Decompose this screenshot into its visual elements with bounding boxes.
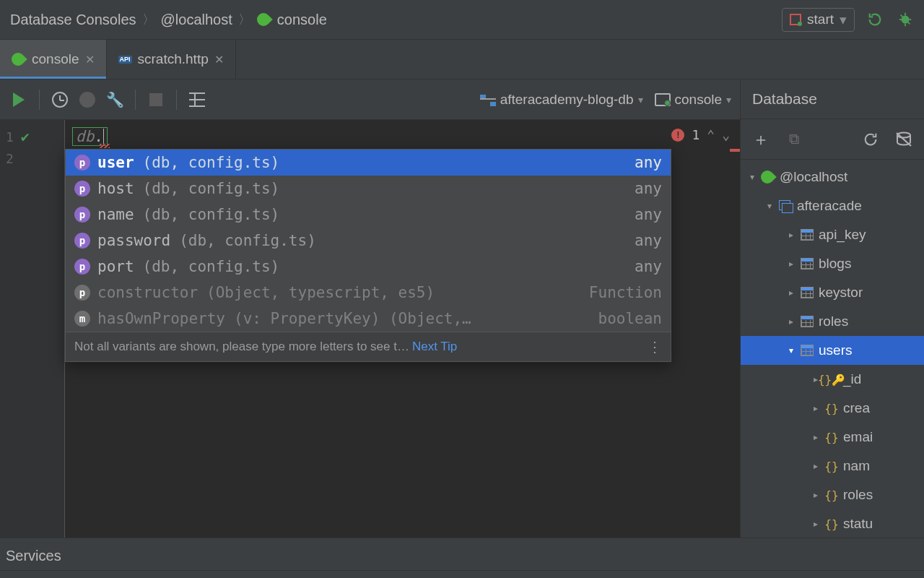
autocomplete-item[interactable]: m hasOwnProperty (v: PropertyKey) (Objec… — [66, 306, 671, 332]
inspection-widget[interactable]: ! 1 ⌃ ⌄ — [671, 127, 730, 142]
services-tool-window-tab[interactable]: Services — [0, 542, 924, 571]
error-stripe[interactable] — [730, 149, 740, 152]
tree-datasource[interactable]: ▾ @localhost — [741, 163, 924, 191]
error-icon: ! — [671, 129, 684, 142]
run-configuration-selector[interactable]: start ▾ — [782, 8, 855, 32]
close-icon[interactable]: ✕ — [214, 53, 224, 66]
ac-type: Function — [589, 284, 662, 301]
console-picker[interactable]: console ▾ — [655, 92, 732, 108]
chevron-right-icon: ▸ — [811, 490, 820, 500]
autocomplete-item[interactable]: p password (db, config.ts) any — [66, 228, 671, 254]
table-icon — [801, 316, 814, 327]
duplicate-button[interactable]: ⧉ — [784, 129, 804, 150]
separator — [39, 90, 40, 110]
field-icon: {} — [824, 488, 838, 502]
tree-collection[interactable]: ▸ keystor — [741, 278, 924, 307]
code-line: db. p user (db, config.ts) any p — [72, 126, 733, 147]
svg-line-6 — [908, 22, 910, 25]
editor-body[interactable]: 1 ✔ 2 ! 1 ⌃ ⌄ db. — [0, 120, 740, 538]
field-icon: {} — [824, 517, 838, 531]
tree-label: @localhost — [780, 169, 847, 185]
code-area[interactable]: ! 1 ⌃ ⌄ db. p user — [65, 120, 740, 538]
history-button[interactable] — [50, 90, 70, 110]
property-icon: p — [74, 207, 90, 223]
settings-button[interactable]: 🔧 — [105, 90, 125, 110]
ac-name: host — [97, 180, 134, 197]
ac-hint: (v: PropertyKey) (Object,… — [234, 310, 471, 327]
tree-collection[interactable]: ▸ api_key — [741, 220, 924, 249]
table-icon — [801, 345, 814, 356]
autocomplete-item[interactable]: p user (db, config.ts) any — [66, 150, 671, 176]
add-datasource-button[interactable]: ＋ — [751, 129, 771, 150]
http-api-icon: API — [118, 56, 132, 64]
ac-name: hasOwnProperty — [97, 310, 225, 327]
breadcrumb-item[interactable]: @localhost — [161, 12, 232, 28]
chevron-down-icon[interactable]: ⌄ — [722, 127, 730, 142]
console-icon — [655, 93, 671, 106]
tab-label: console — [32, 51, 79, 67]
table-icon — [801, 287, 814, 298]
ac-type: boolean — [598, 310, 662, 327]
execute-button[interactable] — [9, 90, 29, 110]
tree-field[interactable]: ▸ {} nam — [741, 452, 924, 480]
chevron-down-icon: ▾ — [787, 345, 796, 355]
ac-type: any — [635, 258, 662, 275]
tree-label: api_key — [819, 227, 866, 243]
more-icon[interactable]: ⋮ — [648, 338, 662, 355]
tree-collection[interactable]: ▸ roles — [741, 307, 924, 336]
editor-toolbar: 🔧 afteracademy-blog-db ▾ console ▾ — [0, 79, 740, 120]
tree-field[interactable]: ▸ {}🔑 _id — [741, 365, 924, 394]
autocomplete-item[interactable]: p host (db, config.ts) any — [66, 176, 671, 202]
tree-label: roles — [819, 314, 848, 329]
refresh-button[interactable] — [860, 129, 881, 150]
tree-label: _id — [843, 371, 861, 387]
tree-field[interactable]: ▸ {} roles — [741, 480, 924, 509]
field-icon: {} — [824, 402, 838, 415]
mongodb-leaf-icon — [254, 10, 272, 28]
tab-scratch-http[interactable]: API scratch.http ✕ — [107, 40, 236, 79]
tree-label: blogs — [819, 256, 851, 272]
property-icon: p — [74, 233, 90, 249]
transaction-mode-button[interactable] — [77, 90, 97, 110]
console-picker-label: console — [675, 92, 723, 108]
autocomplete-item[interactable]: p port (db, config.ts) any — [66, 254, 671, 280]
tree-field[interactable]: ▸ {} crea — [741, 394, 924, 423]
error-count: 1 — [692, 127, 699, 142]
view-as-table-button[interactable] — [187, 90, 207, 110]
identifier-token: db — [76, 128, 94, 145]
clock-icon — [52, 92, 68, 108]
gutter-line: 1 ✔ — [0, 126, 64, 147]
stop-refresh-button[interactable] — [894, 129, 914, 150]
breadcrumb: Database Consoles 〉 @localhost 〉 console — [10, 11, 327, 28]
close-icon[interactable]: ✕ — [85, 53, 95, 66]
tree-schema[interactable]: ▾ afteracade — [741, 191, 924, 220]
line-number: 2 — [6, 151, 14, 166]
tree-collection-users[interactable]: ▾ users — [741, 336, 924, 365]
rerun-button[interactable] — [865, 9, 885, 30]
tree-field[interactable]: ▸ {} statu — [741, 509, 924, 538]
schema-picker[interactable]: afteracademy-blog-db ▾ — [480, 92, 643, 108]
ac-hint: (db, config.ts) — [143, 206, 280, 223]
svg-line-5 — [901, 15, 903, 17]
copy-icon: ⧉ — [789, 131, 799, 147]
autocomplete-item[interactable]: p name (db, config.ts) any — [66, 202, 671, 228]
debug-button[interactable] — [895, 9, 915, 30]
breadcrumb-item[interactable]: Database Consoles — [10, 12, 136, 28]
breadcrumb-item[interactable]: console — [277, 12, 327, 28]
property-icon: p — [74, 181, 90, 197]
next-tip-link[interactable]: Next Tip — [412, 340, 457, 354]
tree-label: crea — [843, 400, 870, 416]
dot-token: . — [94, 128, 103, 145]
tree-collection[interactable]: ▸ blogs — [741, 249, 924, 278]
editor-toolbar-right: afteracademy-blog-db ▾ console ▾ — [480, 92, 731, 108]
status-bar — [0, 571, 924, 578]
tree-field[interactable]: ▸ {} emai — [741, 423, 924, 452]
chevron-up-icon[interactable]: ⌃ — [707, 127, 715, 142]
stop-button[interactable] — [146, 90, 166, 110]
tab-console[interactable]: console ✕ — [0, 40, 107, 79]
chevron-down-icon: ▾ — [840, 12, 847, 28]
field-icon: {} — [824, 460, 838, 473]
chevron-right-icon: 〉 — [142, 11, 155, 28]
chevron-right-icon: ▸ — [787, 230, 796, 240]
autocomplete-item[interactable]: p constructor (Object, typescript, es5) … — [66, 280, 671, 306]
